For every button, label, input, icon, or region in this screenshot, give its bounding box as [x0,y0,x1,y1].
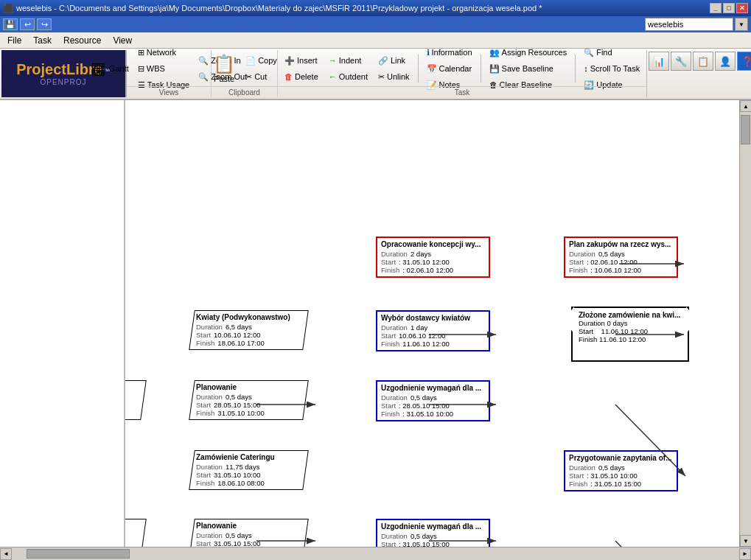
cut-icon: ✂ [245,72,252,82]
task-node-muzyka[interactable]: Muzyka (Podwykonawstwo) Duration 6,25 da… [125,519,147,547]
indent-icon: → [329,56,337,65]
network-view-btn[interactable]: ⊞ Network [134,45,193,60]
calendar-btn[interactable]: 📅 Calendar [423,61,476,76]
window-title: weselebis - C:\Documents and Settings\ja… [13,4,710,13]
redo-quick-btn[interactable]: ↪ [37,18,52,30]
horizontal-scroll-track[interactable] [12,548,739,560]
find-icon: 🔍 [584,48,594,57]
task-node-zlozone[interactable]: Złożone zamówienie na kwi... Duration 0 … [564,307,696,362]
task-node-zamowienie-cateringu[interactable]: Zamówienie Cateringu Duration 11,75 days… [189,450,309,490]
menu-file[interactable]: File [1,34,27,47]
horizontal-scrollbar[interactable]: ◄ ► [0,547,751,560]
undo-quick-btn[interactable]: ↩ [20,18,35,30]
paste-btn[interactable]: 📋 Paste [208,49,240,88]
vertical-scrollbar[interactable]: ▲ ▼ [739,100,751,547]
indent-btn[interactable]: → Indent [325,53,371,68]
chart-icon-btn[interactable]: 📊 [649,52,669,71]
vertical-scroll-thumb[interactable] [741,115,750,144]
copy-icon: 📄 [245,56,256,66]
task-node-uzgodnienie1[interactable]: Uzgodnienie wymagań dla ... Duration 0,5… [376,380,490,421]
save-quick-btn[interactable]: 💾 [3,18,18,30]
close-button[interactable]: ✕ [736,3,748,13]
toolbar: ProjectLibre™ OPENPROJ ▦ Gantt ⊞ Network… [0,49,751,100]
insert-btn[interactable]: ➕ Insert [281,53,322,68]
search-input[interactable] [645,18,733,31]
save-baseline-icon: 💾 [489,64,500,74]
copy-btn[interactable]: 📄 Copy [242,53,281,68]
delete-icon: 🗑 [284,72,293,81]
scroll-left-btn[interactable]: ◄ [0,548,12,560]
horizontal-scroll-thumb[interactable] [27,549,130,559]
assign-resources-icon: 👥 [489,48,500,57]
delete-btn[interactable]: 🗑 Delete [281,69,322,84]
help-icon-btn[interactable]: ❓ [737,52,751,71]
task-node-wybor-dostawcy[interactable]: Wybór dostawcy kwiatów Duration 1 day St… [376,310,490,351]
task-node-catering[interactable]: Catering (Podwykonawstwo) Duration 12,25… [125,380,147,420]
scroll-to-task-icon: ↕ [584,64,588,73]
gantt-view-btn[interactable]: ▦ Gantt [87,50,133,87]
paste-icon: 📋 [213,54,235,74]
save-baseline-btn[interactable]: 💾 Save Baseline [486,61,571,76]
link-icon: 🔗 [378,56,388,66]
wbs-view-btn[interactable]: ⊟ WBS [134,61,193,76]
unlink-icon: ✂ [378,72,385,82]
zoom-in-icon: 🔍 [198,56,209,66]
task-section-label: Task [278,86,646,97]
clipboard-section-label: Clipboard [212,86,277,97]
tool-icon-btn[interactable]: 🔧 [671,52,691,71]
task-node-przygotowanie1[interactable]: Przygotowanie zapytania of... Duration 0… [564,450,678,491]
unlink-btn[interactable]: ✂ Unlink [374,69,413,84]
restore-button[interactable]: □ [723,3,735,13]
menu-task[interactable]: Task [27,34,57,47]
task-node-kwiaty[interactable]: Kwiaty (Podwykonawstwo) Duration 6,5 day… [189,310,309,350]
gantt-icon: ▦ [91,59,106,78]
find-btn[interactable]: 🔍 Find [580,45,643,60]
calendar-icon: 📅 [427,64,437,74]
outdent-btn[interactable]: ← Outdent [325,69,371,84]
menu-resource[interactable]: Resource [57,34,107,47]
scroll-to-task-btn[interactable]: ↕ Scroll To Task [580,61,643,76]
task-node-plan-zakupow[interactable]: Plan zakupów na rzecz wys... Duration 0,… [564,237,678,278]
scroll-up-btn[interactable]: ▲ [740,100,751,112]
table-icon-btn[interactable]: 📋 [693,52,713,71]
information-icon: ℹ [427,48,430,57]
network-canvas[interactable]: Opracowanie koncepcji wy... Duration 2 d… [125,100,751,547]
task-node-planowanie2[interactable]: Planowanie Duration 0,5 days Start 31.05… [189,519,309,547]
wbs-icon: ⊟ [138,64,144,74]
scroll-right-btn[interactable]: ► [739,548,751,560]
task-node-planowanie1[interactable]: Planowanie Duration 0,5 days Start 28.05… [189,380,309,420]
left-sidebar [0,100,125,547]
minimize-button[interactable]: _ [710,3,722,13]
task-node-uzgodnienie2[interactable]: Uzgodnienie wymagań dla ... Duration 0,5… [376,519,490,547]
assign-resources-btn[interactable]: 👥 Assign Resources [486,45,571,60]
network-icon: ⊞ [138,48,144,57]
title-bar: ⬛ weselebis - C:\Documents and Settings\… [0,0,751,16]
zoom-out-icon: 🔍 [198,72,209,82]
svg-line-9 [615,541,685,547]
cut-btn[interactable]: ✂ Cut [242,69,281,84]
task-node-opracowanie[interactable]: Opracowanie koncepcji wy... Duration 2 d… [376,237,490,278]
link-btn[interactable]: 🔗 Link [374,53,413,68]
search-dropdown-btn[interactable]: ▼ [735,18,748,31]
views-section-label: Views [127,86,211,97]
outdent-icon: ← [329,72,337,81]
scroll-down-btn[interactable]: ▼ [740,535,751,547]
insert-icon: ➕ [284,56,295,66]
person-icon-btn[interactable]: 👤 [715,52,736,71]
main-area: Opracowanie koncepcji wy... Duration 2 d… [0,100,751,547]
information-btn[interactable]: ℹ Information [423,45,476,60]
